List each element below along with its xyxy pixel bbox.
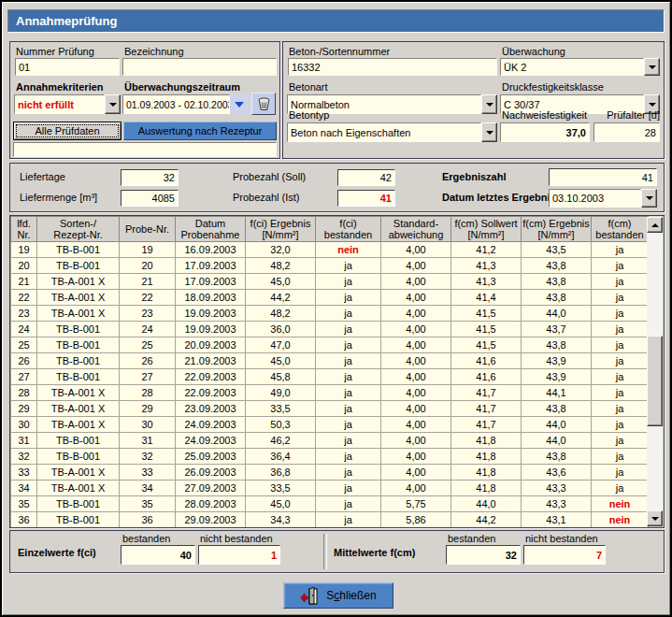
table-row[interactable]: 22TB-A-001 X2218.09.200344,2ja4,0041,443…: [11, 290, 649, 306]
table-cell: 32: [120, 449, 176, 465]
table-cell: 45,8: [246, 369, 316, 385]
exit-door-icon: [300, 587, 319, 605]
table-cell: 21: [120, 274, 176, 290]
bezeichnung-input[interactable]: [122, 58, 277, 76]
table-row[interactable]: 35TB-B-0013528.09.200345,0ja5,7544,043,3…: [11, 496, 649, 512]
titlebar[interactable]: Annahmeprüfung: [7, 9, 665, 33]
label-sortennummer: Beton-/Sortennummer: [289, 46, 390, 57]
scrollbar-thumb[interactable]: [647, 336, 663, 426]
table-cell: ja: [592, 449, 649, 465]
table-cell: 4,00: [381, 385, 451, 401]
label-einzel-bestanden: bestanden: [122, 533, 170, 544]
table-cell: 43,1: [522, 512, 592, 528]
table-cell: TB-B-001: [37, 242, 120, 258]
table-row[interactable]: 25TB-B-0012520.09.200347,0ja4,0041,543,8…: [11, 337, 649, 353]
alle-pruefdaten-button[interactable]: Alle Prüfdaten: [13, 122, 122, 140]
sortennummer-input[interactable]: 16332: [288, 58, 497, 76]
table-cell: nein: [592, 512, 649, 528]
table-header-row: lfd. Nr.Sorten-/ Rezept-Nr.Probe-Nr.Datu…: [11, 217, 649, 242]
betonart-dropdown-button[interactable]: [481, 94, 497, 114]
ueberwachung-dropdown-button[interactable]: [644, 58, 660, 76]
ueberwachung-combobox[interactable]: ÜK 2: [500, 58, 660, 76]
table-cell: 22.09.2003: [176, 385, 246, 401]
table-cell: 4,00: [381, 417, 451, 433]
table-cell: 48,2: [246, 258, 316, 274]
ueberwachung-value[interactable]: ÜK 2: [500, 58, 644, 76]
table-cell: 4,00: [381, 465, 451, 481]
table-row[interactable]: 30TB-A-001 X3024.09.200350,3ja4,0041,744…: [11, 417, 649, 433]
table-cell: 22: [11, 290, 37, 306]
table-row[interactable]: 32TB-B-0013225.09.200336,4ja4,0041,843,8…: [11, 449, 649, 465]
table-cell: 41,5: [451, 337, 522, 353]
table-cell: 25.09.2003: [176, 449, 246, 465]
label-nummer-pruefung: Nummer Prüfung: [16, 46, 94, 57]
datum-letztes-ergebnis-combobox[interactable]: 03.10.2003: [549, 189, 657, 208]
table-row[interactable]: 19TB-B-0011916.09.200332,0nein4,0041,243…: [11, 242, 649, 258]
table-cell: ja: [592, 433, 649, 449]
mittel-nicht-bestanden-field: 7: [523, 545, 606, 565]
table-cell: 24.09.2003: [176, 433, 246, 449]
table-cell: ja: [592, 274, 649, 290]
table-column-header: Sorten-/ Rezept-Nr.: [37, 217, 120, 242]
table-cell: 41,8: [451, 481, 522, 496]
table-cell: ja: [592, 369, 649, 385]
notes-field[interactable]: [13, 142, 277, 157]
table-row[interactable]: 33TB-A-001 X3326.09.200336,8ja4,0041,843…: [11, 465, 649, 481]
nummer-pruefung-input[interactable]: 01: [15, 58, 120, 76]
zeitraum-dropdown-button[interactable]: [230, 94, 249, 114]
table-cell: ja: [592, 465, 649, 481]
table-cell: ja: [316, 274, 381, 290]
annahmekriterien-combobox[interactable]: nicht erfüllt: [14, 94, 121, 114]
betontyp-value[interactable]: Beton nach Eigenschaften: [287, 122, 481, 142]
table-cell: ja: [316, 369, 381, 385]
label-pruefalter: Prüfalter [d]: [592, 109, 660, 121]
table-cell: 27.09.2003: [176, 481, 246, 496]
scroll-up-button[interactable]: [647, 217, 663, 233]
table-cell: nein: [316, 242, 381, 258]
table-cell: 41,3: [451, 274, 522, 290]
table-scrollbar[interactable]: [647, 217, 663, 526]
annahmekriterien-value[interactable]: nicht erfüllt: [14, 94, 105, 114]
table-cell: TB-A-001 X: [37, 290, 120, 306]
table-cell: 41,6: [451, 369, 522, 385]
label-einzelwerte: Einzelwerte f(ci): [18, 547, 96, 558]
table-row[interactable]: 36TB-B-0013629.09.200334,3ja5,8644,243,1…: [11, 512, 649, 528]
table-column-header: f(ci) Ergebnis [N/mm²]: [246, 217, 316, 242]
delete-period-button[interactable]: [251, 93, 276, 115]
table-row[interactable]: 29TB-A-001 X2923.09.200333,5ja4,0041,743…: [11, 401, 649, 417]
table-cell: 32: [11, 449, 37, 465]
table-column-header: f(ci) bestanden: [316, 217, 381, 242]
close-button[interactable]: Schließen: [283, 582, 393, 609]
table-cell: 29.09.2003: [176, 512, 246, 528]
table-row[interactable]: 24TB-B-0012419.09.200336,0ja4,0041,543,7…: [11, 322, 649, 337]
table-cell: 41,8: [451, 433, 522, 449]
table-cell: 4,00: [381, 258, 451, 274]
table-row[interactable]: 31TB-B-0013124.09.200346,2ja4,0041,844,0…: [11, 433, 649, 449]
betontyp-combobox[interactable]: Beton nach Eigenschaften: [287, 122, 497, 142]
table-row[interactable]: 28TB-A-001 X2822.09.200349,0ja4,0041,744…: [11, 385, 649, 401]
table-row[interactable]: 20TB-B-0012017.09.200348,2ja4,0041,343,8…: [11, 258, 649, 274]
table-cell: TB-B-001: [37, 258, 120, 274]
label-betontyp: Betontyp: [289, 109, 329, 121]
table-cell: 43,8: [522, 337, 592, 353]
ueberwachungszeitraum-input[interactable]: 01.09.2003 - 02.10.2003: [122, 94, 230, 114]
datum-letztes-ergebnis-value[interactable]: 03.10.2003: [549, 189, 641, 208]
table-row[interactable]: 27TB-B-0012722.09.200345,8ja4,0041,643,9…: [11, 369, 649, 385]
table-cell: ja: [316, 290, 381, 306]
table-row[interactable]: 34TB-A-001 X3427.09.200333,5ja4,0041,843…: [11, 481, 649, 496]
table-row[interactable]: 26TB-B-0012621.09.200345,0ja4,0041,643,9…: [11, 353, 649, 369]
scroll-down-button[interactable]: [647, 510, 663, 526]
nachweisfestigkeit-field[interactable]: 37,0: [500, 122, 590, 142]
datum-dropdown-button[interactable]: [641, 189, 657, 208]
table-cell: 20: [11, 258, 37, 274]
table-column-header: Datum Probenahme: [176, 217, 246, 242]
results-table-panel: lfd. Nr.Sorten-/ Rezept-Nr.Probe-Nr.Datu…: [9, 215, 665, 528]
betontyp-dropdown-button[interactable]: [481, 122, 497, 142]
table-row[interactable]: 21TB-A-001 X2117.09.200345,0ja4,0041,343…: [11, 274, 649, 290]
table-cell: 4,00: [381, 290, 451, 306]
pruefalter-field[interactable]: 28: [593, 122, 660, 142]
panel-summary: Einzelwerte f(ci) bestanden 40 nicht bes…: [9, 530, 665, 573]
auswertung-rezeptur-button[interactable]: Auswertung nach Rezeptur: [123, 122, 277, 140]
annahmekriterien-dropdown-button[interactable]: [105, 94, 121, 114]
table-row[interactable]: 23TB-A-001 X2319.09.200348,2ja4,0041,544…: [11, 306, 649, 322]
